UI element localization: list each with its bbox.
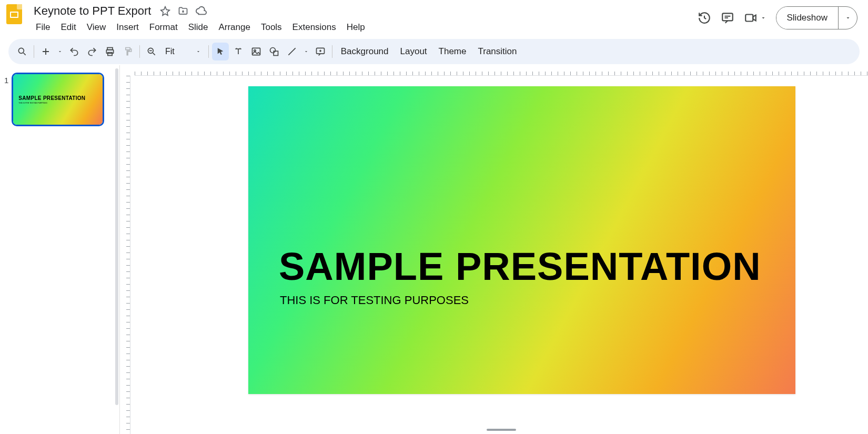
- panel-scrollbar[interactable]: [115, 68, 118, 405]
- canvas-area[interactable]: SAMPLE PRESENTATION THIS IS FOR TESTING …: [135, 76, 868, 434]
- slide-thumbnail-row: 1 SAMPLE PRESENTATION THIS IS FOR TESTIN…: [4, 73, 115, 126]
- background-button[interactable]: Background: [336, 43, 394, 60]
- slide-subtitle-text[interactable]: THIS IS FOR TESTING PURPOSES: [280, 294, 469, 307]
- select-tool-icon[interactable]: [212, 43, 229, 60]
- paint-format-icon[interactable]: [119, 43, 136, 60]
- zoom-out-icon[interactable]: [143, 43, 160, 60]
- menu-slide[interactable]: Slide: [184, 20, 213, 35]
- comment-add-icon[interactable]: [312, 43, 329, 60]
- theme-button[interactable]: Theme: [433, 43, 472, 60]
- shape-icon[interactable]: [266, 43, 282, 60]
- new-slide-dropdown-icon[interactable]: [55, 43, 65, 60]
- slide-panel: 1 SAMPLE PRESENTATION THIS IS FOR TESTIN…: [0, 65, 120, 434]
- line-tool-icon[interactable]: [284, 43, 300, 60]
- menu-extensions[interactable]: Extensions: [288, 20, 340, 35]
- cloud-status-icon[interactable]: [195, 5, 207, 17]
- meet-camera-icon[interactable]: [743, 11, 758, 25]
- comments-icon[interactable]: [720, 11, 735, 25]
- workspace: 1 SAMPLE PRESENTATION THIS IS FOR TESTIN…: [0, 65, 868, 434]
- svg-point-9: [270, 48, 275, 53]
- horizontal-ruler[interactable]: [135, 65, 868, 76]
- slideshow-dropdown[interactable]: [838, 7, 857, 29]
- menu-format[interactable]: Format: [145, 20, 182, 35]
- menu-view[interactable]: View: [83, 20, 110, 35]
- new-slide-icon[interactable]: [37, 43, 54, 60]
- menu-tools[interactable]: Tools: [257, 20, 286, 35]
- slideshow-button-group: Slideshow: [776, 6, 858, 29]
- slide-title-text[interactable]: SAMPLE PRESENTATION: [279, 244, 761, 289]
- document-title[interactable]: Keynote to PPT Export: [32, 3, 153, 19]
- menu-help[interactable]: Help: [342, 20, 369, 35]
- svg-rect-10: [274, 51, 278, 55]
- canvas-wrap: SAMPLE PRESENTATION THIS IS FOR TESTING …: [120, 65, 868, 434]
- move-folder-icon[interactable]: [177, 5, 189, 17]
- svg-rect-1: [745, 15, 753, 22]
- header-actions: Slideshow: [697, 6, 862, 29]
- app-logo[interactable]: [6, 4, 27, 25]
- chevron-down-icon: [196, 49, 201, 54]
- svg-point-2: [18, 48, 24, 53]
- app-header: Keynote to PPT Export File Edit View Ins…: [0, 0, 868, 35]
- svg-rect-0: [722, 13, 733, 21]
- layout-button[interactable]: Layout: [395, 43, 432, 60]
- svg-rect-7: [252, 48, 260, 55]
- menu-bar: File Edit View Insert Format Slide Arran…: [32, 20, 697, 35]
- star-icon[interactable]: [159, 5, 171, 17]
- toolbar: Fit Background Layout Theme Transition: [8, 39, 860, 64]
- menu-file[interactable]: File: [32, 20, 54, 35]
- thumb-title: SAMPLE PRESENTATION: [18, 95, 103, 101]
- slideshow-button[interactable]: Slideshow: [776, 7, 839, 29]
- undo-icon[interactable]: [66, 43, 83, 60]
- meet-dropdown-icon[interactable]: [759, 11, 768, 25]
- zoom-select[interactable]: Fit: [161, 47, 205, 56]
- slide-background: [248, 86, 795, 394]
- image-icon[interactable]: [248, 43, 265, 60]
- search-icon[interactable]: [14, 43, 31, 60]
- line-dropdown-icon[interactable]: [301, 43, 311, 60]
- print-icon[interactable]: [102, 43, 118, 60]
- slide-canvas[interactable]: SAMPLE PRESENTATION THIS IS FOR TESTING …: [248, 86, 795, 394]
- version-history-icon[interactable]: [697, 11, 712, 25]
- redo-icon[interactable]: [84, 43, 100, 60]
- title-block: Keynote to PPT Export File Edit View Ins…: [32, 3, 697, 35]
- menu-insert[interactable]: Insert: [112, 20, 143, 35]
- transition-button[interactable]: Transition: [472, 43, 522, 60]
- menu-edit[interactable]: Edit: [56, 20, 80, 35]
- thumb-subtitle: THIS IS FOR TESTING PURPOSES: [18, 102, 103, 104]
- slide-number: 1: [4, 76, 8, 85]
- vertical-ruler[interactable]: [120, 76, 130, 434]
- speaker-notes-handle[interactable]: [487, 429, 516, 431]
- text-box-icon[interactable]: [230, 43, 247, 60]
- zoom-value: Fit: [165, 47, 175, 56]
- slide-thumbnail[interactable]: SAMPLE PRESENTATION THIS IS FOR TESTING …: [12, 73, 104, 126]
- menu-arrange[interactable]: Arrange: [214, 20, 254, 35]
